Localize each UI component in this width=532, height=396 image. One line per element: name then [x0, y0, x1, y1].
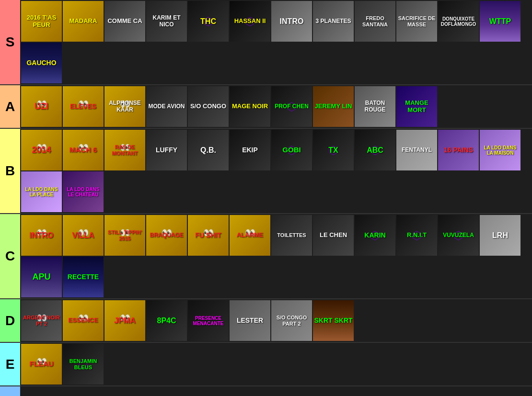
- item-lrh[interactable]: LRH: [480, 215, 520, 256]
- item-2016[interactable]: 2016 T'AS PEUR: [21, 1, 62, 42]
- item-so-congo[interactable]: S/O CONGO: [188, 86, 229, 127]
- tier-items-b: 2014👀MACH 6👀RAS DE MONTANT👀LUFFYQ.B.EKIP…: [20, 129, 532, 213]
- item-skrt[interactable]: SKRT SKRT: [313, 300, 354, 341]
- tier-row-f: F: [0, 386, 532, 396]
- item-recette[interactable]: RECETTE: [63, 257, 104, 297]
- item-intro-c[interactable]: INTRO👀: [21, 215, 62, 256]
- item-fleau[interactable]: FLEAU👀: [21, 344, 62, 385]
- tier-items-c: INTRO👀VILLA👀STILL TIPPIN' 2015👀BRAQUAGE👀…: [20, 214, 532, 298]
- item-comme-ca[interactable]: COMME CA: [104, 1, 145, 42]
- item-fredo-santana[interactable]: FREDO SANTANA: [355, 1, 395, 42]
- item-8p4c[interactable]: 8P4C: [146, 300, 187, 341]
- item-benjamin[interactable]: BENJAMIN BLEUS⬡: [63, 344, 104, 385]
- tier-row-a: AUZI👀ELEVES👀ALPHONSE KAAR👀MODE AVIONS/O …: [0, 85, 532, 129]
- item-apu[interactable]: APU: [21, 257, 62, 297]
- tier-items-e: FLEAU👀BENJAMIN BLEUS⬡: [20, 343, 532, 385]
- item-villa[interactable]: VILLA👀: [63, 215, 104, 256]
- item-ras-de-montant[interactable]: RAS DE MONTANT👀: [104, 130, 145, 170]
- item-thc[interactable]: THC⬡: [188, 1, 229, 42]
- item-mach6[interactable]: MACH 6👀: [63, 130, 104, 170]
- item-qb[interactable]: Q.B.: [188, 130, 229, 170]
- item-hassan2[interactable]: HASSAN II⬡: [230, 1, 270, 42]
- item-gobi[interactable]: GOBI⬡: [271, 130, 312, 170]
- item-eleves[interactable]: ELEVES👀: [63, 86, 104, 127]
- item-baton-rouge[interactable]: BATON ROUGE: [355, 86, 395, 127]
- item-fu-shit[interactable]: FU SHIT👀: [188, 215, 229, 256]
- tier-row-c: CINTRO👀VILLA👀STILL TIPPIN' 2015👀BRAQUAGE…: [0, 214, 532, 299]
- item-toilettes[interactable]: TOILETTES: [271, 215, 312, 256]
- item-alarme[interactable]: ALARME👀: [230, 215, 270, 256]
- item-abc[interactable]: ABC⬡: [355, 130, 395, 170]
- tier-label-a: A: [0, 85, 20, 128]
- tier-row-s: S2016 T'AS PEURMADARACOMME CAKARIM ET NI…: [0, 0, 532, 85]
- item-donquixote[interactable]: DONQUIXOTE DOFLAMONGO: [438, 1, 479, 42]
- item-intro-s[interactable]: INTRO: [271, 1, 312, 42]
- tier-label-s: S: [0, 0, 20, 84]
- item-3planetes[interactable]: 3 PLANETES: [313, 1, 354, 42]
- tier-items-d: ARGENT NOIR PT 2👀ESSENCE👀JPMA👀8P4CPRESEN…: [20, 299, 532, 342]
- item-wttp[interactable]: WTTP: [480, 1, 520, 42]
- item-mode-avion[interactable]: MODE AVION: [146, 86, 187, 127]
- item-mage-noir[interactable]: MAGE NOIR: [230, 86, 270, 127]
- item-madara[interactable]: MADARA: [63, 1, 104, 42]
- tier-items-s: 2016 T'AS PEURMADARACOMME CAKARIM ET NIC…: [20, 0, 532, 84]
- tier-label-e: E: [0, 343, 20, 385]
- item-fentanyl[interactable]: FENTANYL: [396, 130, 437, 170]
- item-tx[interactable]: TX⬡: [313, 130, 354, 170]
- item-presence[interactable]: PRESENCE MENACANTE: [188, 300, 229, 341]
- tier-items-a: UZI👀ELEVES👀ALPHONSE KAAR👀MODE AVIONS/O C…: [20, 85, 532, 128]
- item-so-congo2[interactable]: S/O CONGO PART 2: [271, 300, 312, 341]
- item-le-chen[interactable]: LE CHEN: [313, 215, 354, 256]
- tier-label-f: F: [0, 386, 20, 396]
- tier-row-e: EFLEAU👀BENJAMIN BLEUS⬡: [0, 343, 532, 386]
- item-jpma[interactable]: JPMA👀: [104, 300, 145, 341]
- item-karin[interactable]: KARIN⬡: [355, 215, 395, 256]
- item-karim-et-nico[interactable]: KARIM ET NICO: [146, 1, 187, 42]
- item-uzi[interactable]: UZI👀: [21, 86, 62, 127]
- tier-items-f: [20, 386, 532, 396]
- tier-list: S2016 T'AS PEURMADARACOMME CAKARIM ET NI…: [0, 0, 532, 396]
- item-alphonse-kaar[interactable]: ALPHONSE KAAR👀: [104, 86, 145, 127]
- item-mange-mort[interactable]: MANGE MORT: [396, 86, 437, 127]
- item-ldo-chateau[interactable]: LA LDO DANS LE CHATEAU: [63, 171, 104, 212]
- item-jeremy-lin[interactable]: JEREMY LIN: [313, 86, 354, 127]
- item-2014[interactable]: 2014👀: [21, 130, 62, 170]
- item-ldo-maison[interactable]: LA LDO DANS LA MAISON: [480, 130, 520, 170]
- item-ldo-place[interactable]: LA LDO DANS LA PLACE: [21, 171, 62, 212]
- tier-row-d: DARGENT NOIR PT 2👀ESSENCE👀JPMA👀8P4CPRESE…: [0, 299, 532, 343]
- item-prof-chen[interactable]: PROF CHEN⬡: [271, 86, 312, 127]
- item-sacrifice[interactable]: SACRIFICE DE MASSE: [396, 1, 437, 42]
- tier-label-b: B: [0, 129, 20, 213]
- item-luffy[interactable]: LUFFY: [146, 130, 187, 170]
- item-braquage[interactable]: BRAQUAGE👀: [146, 215, 187, 256]
- item-vuvuzela[interactable]: VUVUZELA⬡: [438, 215, 479, 256]
- item-still-tippin[interactable]: STILL TIPPIN' 2015👀: [104, 215, 145, 256]
- tier-row-b: B2014👀MACH 6👀RAS DE MONTANT👀LUFFYQ.B.EKI…: [0, 129, 532, 214]
- tier-label-d: D: [0, 299, 20, 342]
- tier-label-c: C: [0, 214, 20, 298]
- item-argent-noir[interactable]: ARGENT NOIR PT 2👀: [21, 300, 62, 341]
- item-rnit[interactable]: R.N.I.T⬡: [396, 215, 437, 256]
- item-essence[interactable]: ESSENCE👀: [63, 300, 104, 341]
- item-gaucho[interactable]: GAUCHO: [21, 43, 62, 83]
- item-16pains[interactable]: 16 PAINS: [438, 130, 479, 170]
- item-lester[interactable]: LESTER: [230, 300, 270, 341]
- item-ekip[interactable]: EKIP: [230, 130, 270, 170]
